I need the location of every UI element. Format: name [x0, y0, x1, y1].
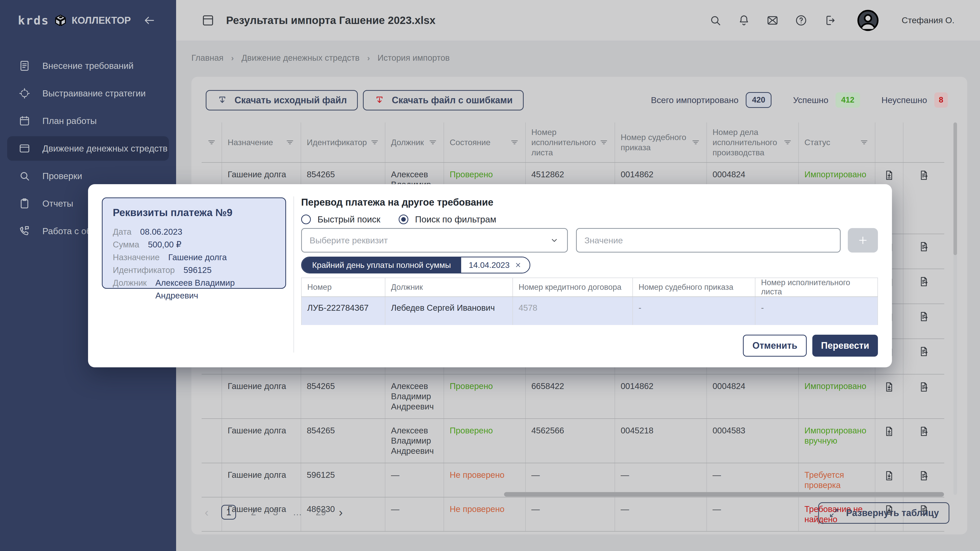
sidebar-item[interactable]: Движение денежных стредств — [7, 136, 169, 161]
table-cell: Проверено — [444, 419, 526, 463]
horizontal-scrollbar[interactable] — [504, 492, 944, 497]
table-cell: 0045218 — [615, 419, 707, 463]
filter-icon[interactable] — [599, 137, 609, 148]
expand-icon — [829, 508, 839, 518]
add-filter-button[interactable] — [848, 228, 878, 252]
app-root: krds КОЛЛЕКТОР Внесение требованийВыстра… — [0, 0, 980, 551]
stat-total-label: Всего импортировано — [651, 95, 738, 105]
sidebar-item-label: Выстраивание стратегии — [42, 88, 146, 98]
sidebar-item[interactable]: Внесение требований — [7, 54, 169, 78]
pagination-page-29[interactable]: 29 — [316, 507, 326, 518]
table-header-cell — [202, 122, 222, 162]
table-cell: 0004824 — [707, 375, 799, 418]
top-header: Результаты импорта Гашение 2023.xlsx Сте… — [176, 0, 980, 41]
doc-export-icon[interactable] — [918, 426, 930, 437]
modal-table-row[interactable]: ЛУБ-222784367Лебедев Сергей Иванович4578… — [301, 297, 878, 325]
logo-krds-text: krds — [18, 14, 49, 27]
table-cell: 6658422 — [526, 375, 615, 418]
radio-filter-search[interactable]: Поиск по фильтрам — [399, 214, 496, 224]
value-input[interactable] — [576, 228, 841, 252]
pagination-next-icon[interactable]: › — [339, 505, 342, 519]
cancel-button[interactable]: Отменить — [743, 335, 807, 357]
column-label: Назначение — [228, 137, 273, 148]
candidates-table: НомерДолжникНомер кредитного договораНом… — [301, 278, 878, 325]
doc-export-icon[interactable] — [918, 169, 930, 181]
req-date-label: Дата — [113, 225, 131, 238]
expand-table-label: Развернуть таблицу — [846, 508, 939, 518]
sidebar-item[interactable]: Выстраивание стратегии — [7, 81, 169, 106]
download-source-button[interactable]: Скачать исходный файл — [206, 90, 358, 110]
filter-icon[interactable] — [509, 137, 520, 148]
table-cell: 596125 — [301, 463, 385, 497]
bell-icon[interactable] — [737, 14, 751, 27]
vertical-scrollbar-thumb[interactable] — [953, 122, 957, 255]
logout-icon[interactable] — [823, 14, 836, 27]
payment-requisites-title: Реквизиты платежа №9 — [113, 207, 275, 218]
modal-column-label: Должник — [385, 278, 513, 297]
expand-table-button[interactable]: Развернуть таблицу — [818, 502, 950, 524]
breadcrumb-home[interactable]: Главная — [191, 53, 224, 63]
table-cell: 854265 — [301, 419, 385, 463]
doc-export-icon[interactable] — [918, 241, 930, 252]
filter-icon[interactable] — [859, 137, 869, 148]
pagination-page-1[interactable]: 1 — [221, 505, 236, 519]
column-label: Статус — [804, 137, 830, 148]
table-cell: 0014862 — [615, 375, 707, 418]
pagination-page-3[interactable]: 3 — [271, 507, 280, 518]
radio-quick-search[interactable]: Быстрый поиск — [301, 214, 380, 224]
filter-icon[interactable] — [369, 137, 380, 148]
chevron-down-icon — [549, 235, 559, 245]
doc-export-icon[interactable] — [918, 470, 930, 482]
avatar[interactable] — [856, 9, 880, 32]
sidebar-item-label: Движение денежных стредств — [42, 143, 167, 154]
search-icon[interactable] — [709, 14, 722, 27]
pagination-page-2[interactable]: 2 — [249, 507, 258, 518]
breadcrumb-separator-icon: › — [231, 53, 234, 63]
doc-download-icon[interactable] — [883, 426, 895, 437]
filter-icon[interactable] — [207, 137, 217, 148]
doc-download-icon[interactable] — [883, 381, 895, 393]
sidebar-item[interactable]: План работы — [7, 109, 169, 133]
mail-icon[interactable] — [766, 14, 779, 27]
table-row: Гашение долга854265Алексеев Владимир Анд… — [202, 418, 944, 463]
doc-export-icon[interactable] — [918, 346, 930, 357]
filter-icon[interactable] — [690, 137, 701, 148]
pagination-pages: 123…29 — [221, 505, 326, 519]
transfer-button[interactable]: Перевести — [812, 335, 878, 357]
filter-icon[interactable] — [285, 137, 295, 148]
toolbar: Скачать исходный файл Скачать файл с оши… — [206, 90, 524, 110]
doc-export-icon[interactable] — [918, 381, 930, 393]
requisite-select[interactable]: Выберите реквизит — [301, 228, 568, 252]
sidebar-item-label: Внесение требований — [42, 61, 134, 71]
table-cell: — — [526, 497, 615, 531]
doc-export-icon[interactable] — [918, 276, 930, 287]
modal-divider — [293, 197, 294, 353]
download-errors-button[interactable]: Скачать файл с ошибками — [363, 90, 524, 110]
column-label: Состояние — [450, 137, 490, 148]
req-id-label: Идентификатор — [113, 264, 175, 276]
close-icon[interactable] — [514, 261, 522, 269]
doc-download-icon[interactable] — [883, 470, 895, 482]
modal-table-cell: - — [633, 297, 756, 325]
clipboard-icon — [18, 197, 30, 210]
calendar-icon — [18, 115, 30, 127]
filter-icon[interactable] — [783, 137, 793, 148]
stat-success-badge: 412 — [835, 92, 860, 108]
collapse-sidebar-arrow-icon[interactable] — [143, 14, 156, 27]
pagination-prev-icon[interactable]: ‹ — [205, 505, 208, 519]
active-filter-chip: Крайний день уплаты полной суммы 14.04.2… — [301, 257, 530, 273]
help-icon[interactable] — [794, 14, 808, 27]
modal-table-header-row: НомерДолжникНомер кредитного договораНом… — [301, 278, 878, 297]
doc-download-icon[interactable] — [883, 169, 895, 181]
table-cell: 4562566 — [526, 419, 615, 463]
modal-actions: Отменить Перевести — [743, 335, 878, 357]
stat-total-badge: 420 — [746, 92, 772, 108]
row-actions-cell — [904, 375, 944, 418]
logo-product-text: КОЛЛЕКТОР — [72, 15, 131, 26]
filter-chip-label: Крайний день уплаты полной суммы — [302, 257, 461, 273]
filter-icon[interactable] — [428, 137, 438, 148]
row-actions-cell — [904, 234, 944, 268]
doc-export-icon[interactable] — [918, 311, 930, 322]
breadcrumb-section[interactable]: Движение денежных стредств — [242, 53, 360, 63]
filter-chip-value: 14.04.2023 — [469, 260, 510, 270]
